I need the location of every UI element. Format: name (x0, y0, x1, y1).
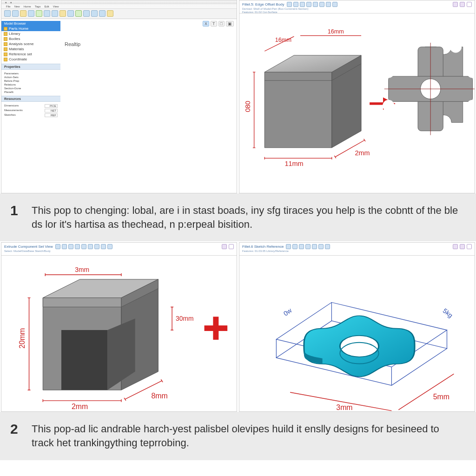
step-2: 2 This pop-ad lic andrable harch-yest pa… (0, 412, 476, 460)
step-number: 1 (10, 204, 23, 218)
viewport-d[interactable]: 3mm 5mm 0w 5kg (239, 256, 475, 411)
step-number: 2 (10, 422, 23, 436)
svg-text:2mm: 2mm (72, 403, 88, 410)
tree-header: Model Browser (1, 21, 60, 26)
ribbon-toolbar[interactable] (1, 9, 237, 19)
view-tabs[interactable]: X T □ ▣ (203, 21, 234, 26)
svg-line-80 (398, 374, 454, 410)
svg-point-77 (340, 336, 378, 357)
window-controls[interactable] (222, 244, 234, 249)
close-icon (467, 244, 472, 249)
panel-d-chrome: Fillet.6 Sketch Reference Features: 01.0… (239, 243, 475, 256)
panel-c-toolbar[interactable] (55, 244, 112, 249)
svg-text:080: 080 (244, 101, 251, 112)
close-icon (229, 244, 234, 249)
svg-text:5mm: 5mm (433, 393, 450, 401)
cad-panel-c: Extrude Component Set View Select: Model… (1, 242, 237, 412)
window-controls[interactable] (453, 2, 472, 7)
svg-point-44 (450, 125, 462, 137)
cad-panel-d: Fillet.6 Sketch Reference Features: 01.0… (239, 242, 475, 412)
svg-point-46 (383, 100, 394, 112)
viewport-c[interactable]: 3mm 2mm 8mm 20mm 30mm (1, 256, 237, 411)
svg-text:3mm: 3mm (75, 266, 89, 273)
svg-text:8mm: 8mm (151, 392, 167, 400)
svg-text:3mm: 3mm (336, 403, 352, 411)
step-text: This pop-ad lic andrable harch-yest pali… (32, 422, 462, 450)
svg-text:2mm: 2mm (355, 149, 370, 157)
svg-marker-22 (264, 72, 332, 148)
svg-text:16mm: 16mm (328, 28, 344, 35)
svg-marker-57 (61, 330, 107, 390)
step-1: 1 This pop to chenging: lobal, are i in … (0, 193, 476, 241)
close-icon (467, 2, 472, 7)
panel-b-toolbar[interactable] (287, 2, 337, 7)
svg-marker-55 (43, 298, 121, 307)
step-text: This pop to chenging: lobal, are i in st… (32, 204, 462, 231)
svg-text:11mm: 11mm (284, 160, 303, 167)
menu-bar[interactable]: FileNew HomeTags EditView (1, 4, 237, 9)
plus-icon (205, 317, 228, 340)
cad-panel-a: ■■ FileNew HomeTags EditView Model Brows… (1, 0, 237, 193)
window-chrome: ■■ (1, 0, 237, 4)
window-controls[interactable] (453, 244, 472, 249)
cad-panel-b: Fillet.5: Edge Offset Body Derived: Shel… (239, 0, 475, 193)
panel-d-toolbar[interactable] (286, 244, 330, 249)
panel-c-chrome: Extrude Component Set View Select: Model… (1, 243, 237, 256)
svg-point-45 (383, 66, 394, 78)
svg-point-41 (399, 41, 411, 53)
svg-point-43 (399, 125, 411, 137)
svg-text:5kg: 5kg (442, 307, 454, 319)
svg-text:30mm: 30mm (176, 315, 194, 323)
panel-b-chrome: Fillet.5: Edge Offset Body Derived: Shel… (239, 0, 475, 13)
viewport-b[interactable]: 16mm 16mm 11mm 2mm 080 (239, 13, 475, 193)
panel-a-label: Realtip (65, 41, 80, 47)
svg-point-42 (450, 41, 462, 53)
svg-text:0w: 0w (282, 306, 294, 317)
svg-text:16mm: 16mm (275, 37, 291, 43)
svg-text:20mm: 20mm (18, 328, 26, 349)
svg-rect-70 (213, 317, 218, 340)
